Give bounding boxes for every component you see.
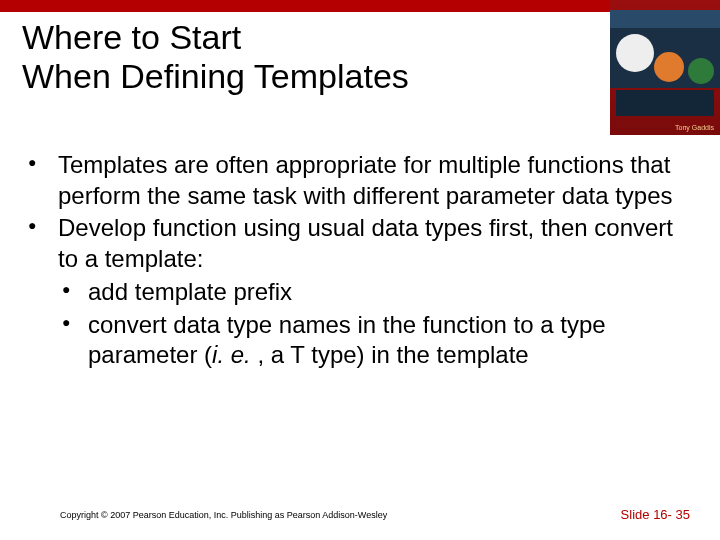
title-line-2: When Defining Templates <box>22 57 409 95</box>
book-author: Tony Gaddis <box>675 124 714 131</box>
bullet-item-2: Develop function using usual data types … <box>28 213 688 274</box>
book-top-strip <box>610 10 720 28</box>
bullet-text: Templates are often appropriate for mult… <box>58 151 673 209</box>
bullet-list: Templates are often appropriate for mult… <box>28 150 688 373</box>
bullet-item-3: add template prefix <box>28 277 688 308</box>
bullet-text: add template prefix <box>88 278 292 305</box>
bullet-item-4: convert data type names in the function … <box>28 310 688 371</box>
ball-orange <box>654 52 684 82</box>
bullet-text-post: , a T type) in the template <box>251 341 529 368</box>
book-cover-image: Tony Gaddis <box>610 0 720 135</box>
ball-white <box>616 34 654 72</box>
book-balls-area <box>610 28 720 88</box>
slide: Where to Start When Defining Templates T… <box>0 0 720 540</box>
slide-title: Where to Start When Defining Templates <box>22 18 582 96</box>
bullet-text: Develop function using usual data types … <box>58 214 673 272</box>
bullet-item-1: Templates are often appropriate for mult… <box>28 150 688 211</box>
bullet-text-italic: i. e. <box>212 341 251 368</box>
title-line-1: Where to Start <box>22 18 241 56</box>
ball-green <box>688 58 714 84</box>
footer-copyright: Copyright © 2007 Pearson Education, Inc.… <box>60 510 387 520</box>
footer-slide-number: Slide 16- 35 <box>621 507 690 522</box>
book-subtitle-band <box>616 90 714 116</box>
